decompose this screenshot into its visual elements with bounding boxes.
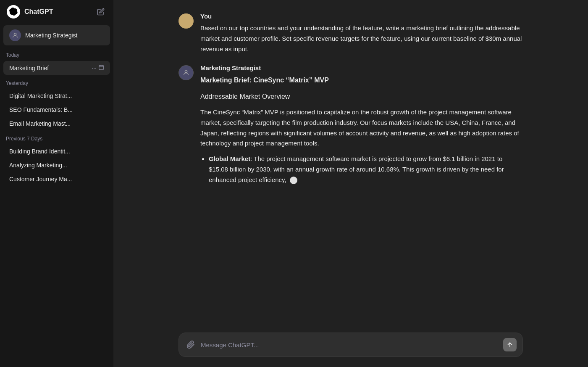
svg-point-5 (185, 71, 187, 73)
svg-rect-1 (99, 65, 104, 70)
calendar-icon (98, 64, 104, 71)
sidebar-item-text: Email Marketing Mast... (9, 120, 104, 127)
main-content: You Based on our top countries and your … (113, 0, 588, 367)
input-area (113, 326, 588, 367)
bot-message-text: Marketing Brief: CineSync “Matrix” MVP A… (200, 75, 523, 185)
sidebar-item-email-marketing[interactable]: Email Marketing Mast... (3, 117, 110, 130)
section-label-yesterday: Yesterday (0, 75, 113, 89)
more-options-icon[interactable]: ··· (92, 65, 97, 71)
chatgpt-logo (7, 5, 20, 18)
sidebar-item-analyzing-marketing[interactable]: Analyzing Marketing... (3, 158, 110, 172)
active-gpt-item[interactable]: Marketing Strategist (3, 25, 110, 45)
user-message: You Based on our top countries and your … (178, 13, 523, 54)
sidebar-item-actions: ··· (92, 64, 104, 71)
sidebar-header: ChatGPT (0, 0, 113, 24)
new-chat-button[interactable] (95, 6, 107, 18)
bot-sender-label: Marketing Strategist (200, 64, 523, 71)
assistant-message: Marketing Strategist Marketing Brief: Ci… (178, 64, 523, 188)
user-message-text: Based on our top countries and your unde… (200, 23, 523, 54)
user-avatar (178, 13, 194, 29)
send-button[interactable] (503, 338, 517, 351)
sidebar-item-text: Customer Journey Ma... (9, 176, 104, 182)
attach-button[interactable] (185, 339, 197, 351)
app-title: ChatGPT (24, 8, 53, 16)
bullet-text: : The project management software market… (209, 155, 504, 183)
sidebar-item-seo-fundamentals[interactable]: SEO Fundamentals: B... (3, 103, 110, 116)
section-label-today: Today (0, 47, 113, 61)
gpt-name: Marketing Strategist (25, 32, 78, 39)
sidebar-item-text: Digital Marketing Strat... (9, 92, 104, 99)
sidebar-item-text: SEO Fundamentals: B... (9, 106, 104, 113)
gpt-avatar (9, 29, 21, 41)
sidebar-item-customer-journey[interactable]: Customer Journey Ma... (3, 172, 110, 186)
sidebar: ChatGPT Marketing Strategist Today Marke… (0, 0, 113, 367)
loading-indicator (290, 177, 297, 184)
sidebar-section-yesterday: Yesterday Digital Marketing Strat... SEO… (0, 75, 113, 131)
sidebar-item-marketing-brief[interactable]: Marketing Brief ··· (3, 61, 110, 75)
bot-message-content: Marketing Strategist Marketing Brief: Ci… (200, 64, 523, 188)
section-label-previous: Previous 7 Days (0, 131, 113, 144)
sidebar-section-previous: Previous 7 Days Building Brand Identit..… (0, 131, 113, 186)
svg-point-0 (14, 33, 16, 35)
message-input[interactable] (201, 341, 499, 349)
chat-area: You Based on our top countries and your … (170, 0, 531, 326)
sidebar-item-text: Marketing Brief (9, 65, 92, 71)
sidebar-section-today: Today Marketing Brief ··· (0, 47, 113, 75)
user-sender-label: You (200, 13, 523, 20)
sidebar-item-building-brand[interactable]: Building Brand Identit... (3, 145, 110, 158)
sidebar-logo-title[interactable]: ChatGPT (7, 5, 53, 18)
input-container (178, 333, 523, 357)
bullet-label: Global Market (209, 155, 250, 162)
sidebar-item-text: Analyzing Marketing... (9, 162, 104, 169)
sidebar-item-digital-marketing[interactable]: Digital Marketing Strat... (3, 89, 110, 103)
bot-avatar (178, 65, 194, 80)
sidebar-item-text: Building Brand Identit... (9, 148, 104, 155)
user-message-content: You Based on our top countries and your … (200, 13, 523, 54)
